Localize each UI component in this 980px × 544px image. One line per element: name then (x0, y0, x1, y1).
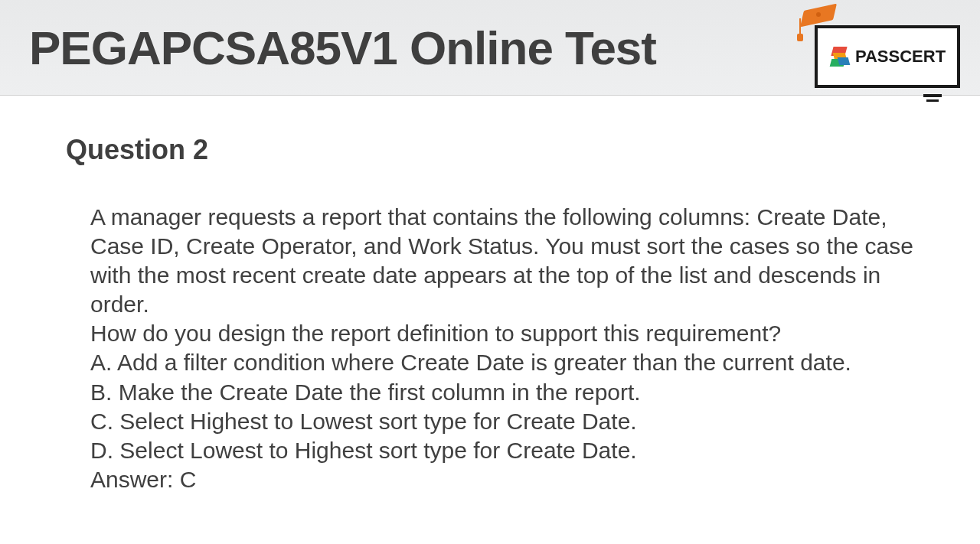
passcert-s-icon (829, 45, 852, 68)
option-d: D. Select Lowest to Highest sort type fo… (90, 436, 919, 465)
monitor-base-icon (926, 99, 939, 102)
question-prompt: How do you design the report definition … (90, 319, 919, 348)
monitor-stand-icon (923, 94, 942, 97)
brand-logo: PASSCERT (805, 6, 966, 102)
header-bar: PEGAPCSA85V1 Online Test PASSCERT (0, 0, 980, 96)
option-a: A. Add a filter condition where Create D… (90, 348, 919, 377)
question-body: A manager requests a report that contain… (66, 203, 919, 494)
page-title: PEGAPCSA85V1 Online Test (29, 21, 656, 75)
question-scenario: A manager requests a report that contain… (90, 203, 919, 319)
logo-frame: PASSCERT (815, 25, 960, 88)
option-b: B. Make the Create Date the first column… (90, 378, 919, 407)
question-content: Question 2 A manager requests a report t… (0, 96, 980, 494)
answer: Answer: C (90, 465, 919, 494)
question-number: Question 2 (66, 134, 919, 166)
option-c: C. Select Highest to Lowest sort type fo… (90, 407, 919, 436)
logo-text: PASSCERT (855, 47, 946, 67)
